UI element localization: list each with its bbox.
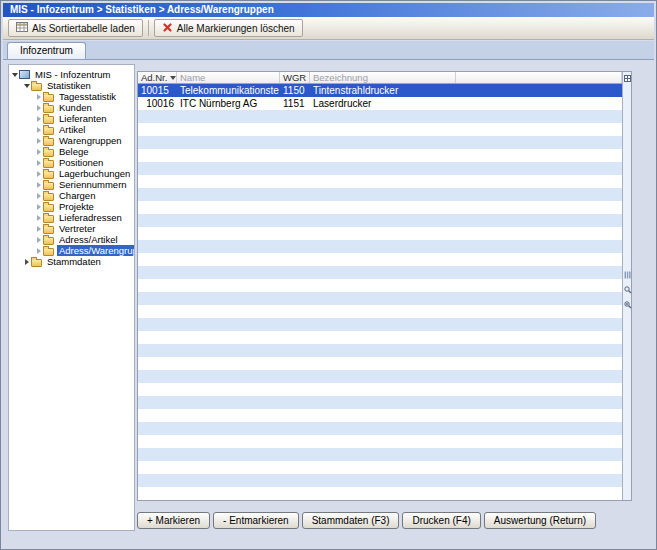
tree-item-label: Tagesstatistik <box>57 91 118 102</box>
table-row[interactable]: 10016 ITC Nürnberg AG 1151 Laserdrucker <box>138 97 622 110</box>
collapsed-arrow-icon[interactable] <box>37 127 41 133</box>
action-buttons: + Markieren - Entmarkieren Stammdaten (F… <box>137 512 596 529</box>
cell-name[interactable]: ITC Nürnberg AG <box>177 97 280 110</box>
collapsed-arrow-icon[interactable] <box>37 138 41 144</box>
entmarkieren-button[interactable]: - Entmarkieren <box>213 512 299 529</box>
folder-icon <box>43 94 54 102</box>
collapsed-arrow-icon[interactable] <box>37 204 41 210</box>
grid-select-icon[interactable] <box>623 73 632 83</box>
tree-item-mis-infozentrum[interactable]: MIS - Infozentrum <box>9 69 134 80</box>
computer-icon <box>19 70 30 79</box>
folder-icon <box>43 116 54 124</box>
zoom-icon[interactable] <box>623 300 632 310</box>
tree-item-label: Lieferadressen <box>57 212 124 223</box>
tree-item-projekte[interactable]: Projekte <box>9 201 134 212</box>
red-x-icon <box>162 22 173 35</box>
load-sort-table-button[interactable]: Als Sortiertabelle laden <box>8 19 143 37</box>
cell-wgr[interactable]: 1151 <box>280 97 310 110</box>
cell-adnr[interactable]: 10016 <box>138 97 177 110</box>
tree-item-label: Lagerbuchungen <box>57 168 132 179</box>
tree-item-label: Statistiken <box>45 80 93 91</box>
navigation-tree: MIS - Infozentrum Statistiken Tagesstati… <box>8 64 135 531</box>
tab-infozentrum[interactable]: Infozentrum <box>7 42 86 59</box>
collapsed-arrow-icon[interactable] <box>37 182 41 188</box>
columns-icon[interactable] <box>623 270 632 280</box>
tree-item-label: Artikel <box>57 124 87 135</box>
tree-item-positionen[interactable]: Positionen <box>9 157 134 168</box>
expanded-arrow-icon[interactable] <box>12 73 18 77</box>
cell-adnr[interactable]: 10015 <box>138 84 177 97</box>
cell-empty[interactable] <box>456 97 622 110</box>
folder-icon <box>43 193 54 201</box>
drucken-button[interactable]: Drucken (F4) <box>402 512 480 529</box>
tree-item-artikel[interactable]: Artikel <box>9 124 134 135</box>
collapsed-arrow-icon[interactable] <box>37 237 41 243</box>
cell-name[interactable]: Telekommunikationste <box>177 84 280 97</box>
titlebar: MIS - Infozentrum > Statistiken > Adress… <box>3 3 654 17</box>
column-label: Bezeichnung <box>313 72 368 83</box>
grid-header: Ad.Nr. Name WGR Bezeichnung <box>138 72 622 84</box>
window-title: MIS - Infozentrum > Statistiken > Adress… <box>10 4 274 15</box>
tree-item-label: Adress/Warengruppen <box>57 245 135 256</box>
collapsed-arrow-icon[interactable] <box>37 94 41 100</box>
tree-item-stammdaten[interactable]: Stammdaten <box>9 256 134 267</box>
tree-item-label: Warengruppen <box>57 135 124 146</box>
cell-bezeichnung[interactable]: Tintenstrahldrucker <box>310 84 456 97</box>
collapsed-arrow-icon[interactable] <box>37 226 41 232</box>
search-icon[interactable] <box>623 285 632 295</box>
tab-label: Infozentrum <box>20 45 73 56</box>
tree-item-label: Kunden <box>57 102 94 113</box>
clear-marks-label: Alle Markierungen löschen <box>177 23 295 34</box>
folder-icon <box>43 182 54 190</box>
collapsed-arrow-icon[interactable] <box>37 248 41 254</box>
clear-marks-button[interactable]: Alle Markierungen löschen <box>154 19 303 37</box>
tree-item-label: Stammdaten <box>45 256 103 267</box>
collapsed-arrow-icon[interactable] <box>37 116 41 122</box>
tree-item-vertreter[interactable]: Vertreter <box>9 223 134 234</box>
cell-bezeichnung[interactable]: Laserdrucker <box>310 97 456 110</box>
tree-item-label: Chargen <box>57 190 97 201</box>
column-header-empty <box>456 72 622 83</box>
expanded-arrow-icon[interactable] <box>24 84 30 88</box>
folder-icon <box>43 248 54 256</box>
tree-item-seriennummern[interactable]: Seriennummern <box>9 179 134 190</box>
markieren-button[interactable]: + Markieren <box>137 512 210 529</box>
column-header-adnr[interactable]: Ad.Nr. <box>138 72 177 83</box>
tree-item-tagesstatistik[interactable]: Tagesstatistik <box>9 91 134 102</box>
tree-item-lieferanten[interactable]: Lieferanten <box>9 113 134 124</box>
collapsed-arrow-icon[interactable] <box>37 193 41 199</box>
folder-icon <box>43 149 54 157</box>
folder-icon <box>31 83 42 91</box>
tree-item-lagerbuchungen[interactable]: Lagerbuchungen <box>9 168 134 179</box>
cell-wgr[interactable]: 1150 <box>280 84 310 97</box>
auswertung-button[interactable]: Auswertung (Return) <box>484 512 596 529</box>
collapsed-arrow-icon[interactable] <box>37 149 41 155</box>
cell-empty[interactable] <box>456 84 622 97</box>
collapsed-arrow-icon[interactable] <box>37 160 41 166</box>
tree-item-chargen[interactable]: Chargen <box>9 190 134 201</box>
stammdaten-button[interactable]: Stammdaten (F3) <box>302 512 400 529</box>
folder-icon <box>43 171 54 179</box>
column-header-name[interactable]: Name <box>177 72 280 83</box>
column-header-bezeichnung[interactable]: Bezeichnung <box>310 72 456 83</box>
column-header-wgr[interactable]: WGR <box>280 72 310 83</box>
collapsed-arrow-icon[interactable] <box>25 259 29 265</box>
tree-item-adress-warengruppen[interactable]: Adress/Warengruppen <box>9 245 134 256</box>
tree-item-belege[interactable]: Belege <box>9 146 134 157</box>
tab-strip: Infozentrum <box>3 41 654 60</box>
grid-side-toolbar <box>622 72 631 500</box>
table-row-selected[interactable]: 10015 Telekommunikationste 1150 Tintenst… <box>138 84 622 97</box>
tree-item-kunden[interactable]: Kunden <box>9 102 134 113</box>
collapsed-arrow-icon[interactable] <box>37 215 41 221</box>
column-label: WGR <box>283 72 306 83</box>
tree-item-adress-artikel[interactable]: Adress/Artikel <box>9 234 134 245</box>
tree-item-label: Vertreter <box>57 223 97 234</box>
collapsed-arrow-icon[interactable] <box>37 171 41 177</box>
tree-item-warengruppen[interactable]: Warengruppen <box>9 135 134 146</box>
table-body[interactable]: 10015 Telekommunikationste 1150 Tintenst… <box>138 84 622 500</box>
tree-item-label: Belege <box>57 146 91 157</box>
collapsed-arrow-icon[interactable] <box>37 105 41 111</box>
tree-item-statistiken[interactable]: Statistiken <box>9 80 134 91</box>
sort-desc-icon <box>170 76 176 80</box>
tree-item-lieferadressen[interactable]: Lieferadressen <box>9 212 134 223</box>
